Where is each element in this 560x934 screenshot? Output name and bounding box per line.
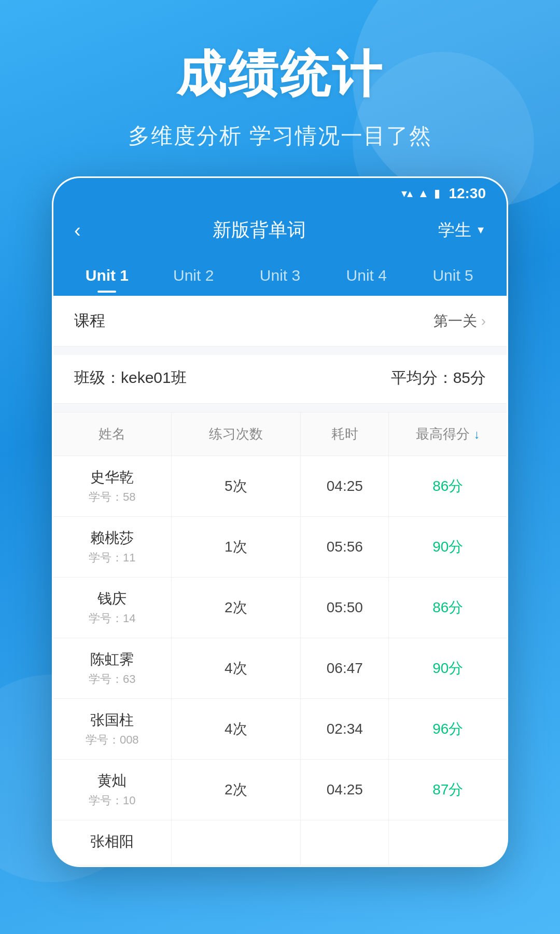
table-row: 钱庆 学号：14 2次 05:50 86分 — [53, 578, 507, 638]
student-score: 86分 — [389, 456, 507, 517]
tab-unit4[interactable]: Unit 4 — [323, 257, 410, 296]
table-row: 张相阳 — [53, 820, 507, 866]
student-id: 学号：58 — [62, 489, 163, 505]
student-name: 史华乾 — [62, 468, 163, 487]
student-name-cell: 钱庆 学号：14 — [53, 578, 171, 638]
table-row: 黄灿 学号：10 2次 04:25 87分 — [53, 760, 507, 820]
student-id: 学号：11 — [62, 550, 163, 566]
content-area: 课程 第一关 › 班级：keke01班 平均分：85分 姓名 练习次数 耗时 — [53, 296, 507, 866]
student-score: 87分 — [389, 760, 507, 820]
tab-unit5[interactable]: Unit 5 — [410, 257, 496, 296]
student-name: 赖桃莎 — [62, 528, 163, 548]
student-name: 张相阳 — [62, 832, 163, 851]
student-id: 学号：63 — [62, 671, 163, 687]
student-name-cell: 黄灿 学号：10 — [53, 760, 171, 820]
student-practice: 4次 — [171, 638, 301, 699]
th-practice: 练习次数 — [171, 413, 301, 456]
table-header-row: 姓名 练习次数 耗时 最高得分 ↓ — [53, 413, 507, 456]
student-name-cell: 史华乾 学号：58 — [53, 456, 171, 517]
student-practice: 2次 — [171, 578, 301, 638]
score-value: 86分 — [432, 599, 463, 615]
score-value: 96分 — [432, 721, 463, 737]
student-time: 02:34 — [301, 699, 389, 760]
avg-score: 平均分：85分 — [391, 367, 486, 389]
student-id: 学号：10 — [62, 793, 163, 808]
page-header: 成绩统计 多维度分析 学习情况一目了然 — [0, 0, 560, 176]
student-score: 86分 — [389, 578, 507, 638]
tab-unit3[interactable]: Unit 3 — [237, 257, 324, 296]
student-practice: 5次 — [171, 456, 301, 517]
student-time: 06:47 — [301, 638, 389, 699]
student-score — [389, 820, 507, 866]
th-score-label: 最高得分 — [416, 425, 470, 443]
nav-arrow-icon: › — [481, 313, 486, 329]
student-name-cell: 张国柱 学号：008 — [53, 699, 171, 760]
battery-icon: ▮ — [434, 187, 440, 200]
th-time: 耗时 — [301, 413, 389, 456]
phone-mockup: ▾▴ ▲ ▮ 12:30 ‹ 新版背单词 学生 ▼ Unit 1 Unit 2 … — [52, 176, 508, 867]
score-value: 87分 — [432, 781, 463, 798]
class-name: 班级：keke01班 — [74, 367, 187, 389]
phone-wrapper: ▾▴ ▲ ▮ 12:30 ‹ 新版背单词 学生 ▼ Unit 1 Unit 2 … — [0, 176, 560, 867]
student-time — [301, 820, 389, 866]
student-score: 90分 — [389, 517, 507, 578]
signal-icon: ▲ — [418, 187, 429, 200]
app-title: 新版背单词 — [213, 217, 306, 243]
student-time: 04:25 — [301, 456, 389, 517]
sort-desc-icon: ↓ — [474, 427, 480, 442]
status-icons: ▾▴ ▲ ▮ 12:30 — [401, 185, 486, 202]
course-label: 课程 — [74, 310, 105, 332]
back-button[interactable]: ‹ — [74, 221, 81, 240]
score-value: 90分 — [432, 539, 463, 555]
tab-unit1[interactable]: Unit 1 — [64, 257, 150, 296]
course-nav[interactable]: 第一关 › — [433, 311, 486, 331]
page-title: 成绩统计 — [0, 42, 560, 109]
table-row: 史华乾 学号：58 5次 04:25 86分 — [53, 456, 507, 517]
student-practice: 4次 — [171, 699, 301, 760]
wifi-icon: ▾▴ — [401, 187, 413, 200]
course-nav-text: 第一关 — [433, 311, 477, 331]
student-name: 张国柱 — [62, 710, 163, 730]
student-score: 90分 — [389, 638, 507, 699]
table-row: 陈虹霁 学号：63 4次 06:47 90分 — [53, 638, 507, 699]
table-row: 张国柱 学号：008 4次 02:34 96分 — [53, 699, 507, 760]
th-score[interactable]: 最高得分 ↓ — [389, 413, 507, 456]
status-time: 12:30 — [449, 185, 486, 202]
course-row: 课程 第一关 › — [53, 296, 507, 347]
app-header: ‹ 新版背单词 学生 ▼ — [53, 206, 507, 257]
student-selector[interactable]: 学生 ▼ — [438, 219, 486, 242]
page-subtitle: 多维度分析 学习情况一目了然 — [0, 121, 560, 150]
student-name: 钱庆 — [62, 589, 163, 609]
score-value: 86分 — [432, 478, 463, 494]
student-practice: 1次 — [171, 517, 301, 578]
tabs-bar: Unit 1 Unit 2 Unit 3 Unit 4 Unit 5 — [53, 257, 507, 296]
student-time: 05:56 — [301, 517, 389, 578]
table-row: 赖桃莎 学号：11 1次 05:56 90分 — [53, 517, 507, 578]
student-id: 学号：008 — [62, 732, 163, 748]
student-name: 陈虹霁 — [62, 650, 163, 669]
student-time: 05:50 — [301, 578, 389, 638]
student-name-cell: 陈虹霁 学号：63 — [53, 638, 171, 699]
student-name-cell: 张相阳 — [53, 820, 171, 866]
students-table: 姓名 练习次数 耗时 最高得分 ↓ 史华乾 — [53, 412, 507, 866]
student-name: 黄灿 — [62, 771, 163, 791]
tab-unit2[interactable]: Unit 2 — [150, 257, 237, 296]
score-value: 90分 — [432, 660, 463, 676]
dropdown-arrow-icon: ▼ — [475, 224, 486, 236]
student-time: 04:25 — [301, 760, 389, 820]
student-score: 96分 — [389, 699, 507, 760]
th-name: 姓名 — [53, 413, 171, 456]
student-name-cell: 赖桃莎 学号：11 — [53, 517, 171, 578]
student-label: 学生 — [438, 219, 471, 242]
student-practice: 2次 — [171, 760, 301, 820]
student-practice — [171, 820, 301, 866]
status-bar: ▾▴ ▲ ▮ 12:30 — [53, 178, 507, 206]
class-info-row: 班级：keke01班 平均分：85分 — [53, 355, 507, 404]
student-id: 学号：14 — [62, 611, 163, 626]
